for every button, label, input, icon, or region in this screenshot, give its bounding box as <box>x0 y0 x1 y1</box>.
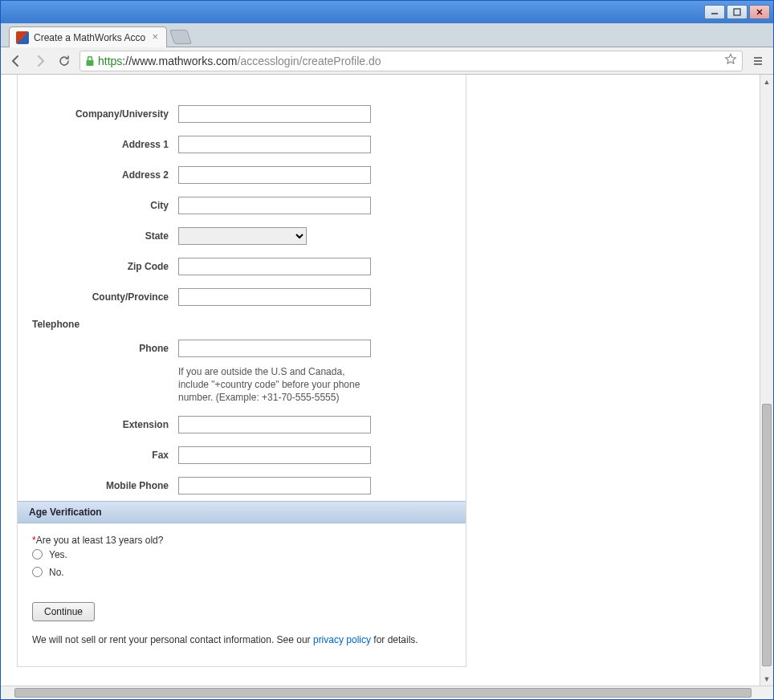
address2-label: Address 2 <box>18 169 178 181</box>
zip-input[interactable] <box>178 258 371 275</box>
age-yes-radio[interactable] <box>32 549 43 560</box>
form-card: Company/University Address 1 Address 2 C… <box>17 75 466 667</box>
age-verification-block: *Are you at least 13 years old? Yes. No. <box>18 523 466 592</box>
privacy-footer: We will not sell or rent your personal c… <box>18 621 466 650</box>
telephone-section-label: Telephone <box>18 312 466 333</box>
scroll-h-track[interactable] <box>14 688 760 698</box>
browser-window: Create a MathWorks Acco × https://www.ma… <box>0 0 774 700</box>
window-titlebar <box>1 1 773 23</box>
window-close-button[interactable] <box>749 5 770 19</box>
continue-button[interactable]: Continue <box>32 602 95 621</box>
svg-rect-4 <box>87 60 94 66</box>
age-no-label: No. <box>49 567 64 578</box>
age-yes-label: Yes. <box>49 549 67 560</box>
age-no-row[interactable]: No. <box>32 564 451 581</box>
phone-input[interactable] <box>178 340 371 357</box>
privacy-policy-link[interactable]: privacy policy <box>313 634 371 645</box>
tab-close-icon[interactable]: × <box>150 33 160 43</box>
address1-input[interactable] <box>178 136 371 153</box>
scroll-h-thumb[interactable] <box>14 688 752 698</box>
state-label: State <box>18 230 178 242</box>
scroll-down-arrow-icon[interactable]: ▼ <box>760 672 773 686</box>
window-maximize-button[interactable] <box>727 5 748 19</box>
tab-title: Create a MathWorks Acco <box>34 32 145 43</box>
mathworks-favicon <box>16 31 29 44</box>
url-text: https://www.mathworks.com/accesslogin/cr… <box>98 55 721 67</box>
phone-label: Phone <box>18 343 178 354</box>
browser-tab[interactable]: Create a MathWorks Acco × <box>9 26 167 47</box>
mobile-input[interactable] <box>178 477 371 494</box>
bookmark-star-icon[interactable] <box>724 53 737 68</box>
horizontal-scrollbar[interactable] <box>1 686 773 699</box>
lock-icon <box>85 55 95 67</box>
scroll-v-thumb[interactable] <box>762 404 772 666</box>
age-yes-row[interactable]: Yes. <box>32 546 451 564</box>
zip-label: Zip Code <box>18 261 178 272</box>
age-no-radio[interactable] <box>32 567 43 577</box>
page-viewport[interactable]: Company/University Address 1 Address 2 C… <box>1 75 760 686</box>
mobile-label: Mobile Phone <box>18 480 178 491</box>
city-input[interactable] <box>178 197 371 214</box>
extension-label: Extension <box>18 419 178 430</box>
company-input[interactable] <box>178 105 371 123</box>
button-row: Continue <box>18 592 466 621</box>
company-label: Company/University <box>18 108 178 120</box>
age-question: *Are you at least 13 years old? <box>32 535 451 546</box>
phone-helper-text: If you are outside the U.S and Canada, i… <box>178 364 387 405</box>
county-label: County/Province <box>18 291 178 303</box>
city-label: City <box>18 200 178 211</box>
state-select[interactable] <box>178 227 307 245</box>
address1-label: Address 1 <box>18 139 178 150</box>
scroll-up-arrow-icon[interactable]: ▲ <box>760 75 773 88</box>
age-verification-header: Age Verification <box>18 501 466 523</box>
content-area: Company/University Address 1 Address 2 C… <box>1 75 773 686</box>
fax-input[interactable] <box>178 446 371 464</box>
vertical-scrollbar[interactable]: ▲ ▼ <box>760 75 773 686</box>
window-minimize-button[interactable] <box>704 5 725 19</box>
county-input[interactable] <box>178 288 371 306</box>
scroll-v-track[interactable] <box>760 88 773 672</box>
form-page: Company/University Address 1 Address 2 C… <box>1 75 483 667</box>
back-button[interactable] <box>7 52 25 70</box>
address-bar[interactable]: https://www.mathworks.com/accesslogin/cr… <box>79 51 743 71</box>
forward-button[interactable] <box>31 52 49 70</box>
chrome-menu-button[interactable] <box>749 52 767 70</box>
tab-strip: Create a MathWorks Acco × <box>1 23 773 47</box>
fax-label: Fax <box>18 450 178 461</box>
svg-rect-1 <box>734 9 740 15</box>
toolbar: https://www.mathworks.com/accesslogin/cr… <box>1 47 773 75</box>
reload-button[interactable] <box>55 52 73 70</box>
new-tab-button[interactable] <box>169 30 192 44</box>
address2-input[interactable] <box>178 166 371 184</box>
extension-input[interactable] <box>178 416 371 433</box>
